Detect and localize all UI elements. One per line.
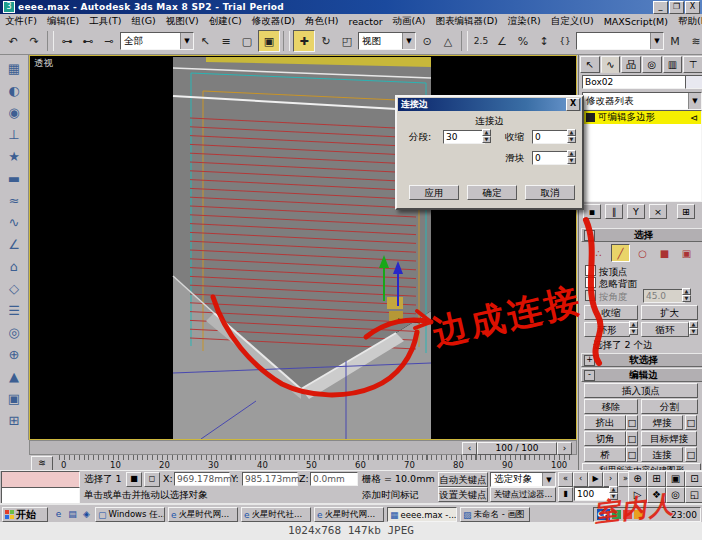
- subobject-border-icon[interactable]: ○: [633, 244, 652, 262]
- reactor-toolbar-icon[interactable]: ≈: [3, 189, 25, 211]
- taskbar-button[interactable]: e火星时代网...: [314, 507, 384, 522]
- loop-spinner[interactable]: ▲▼: [689, 321, 698, 335]
- pivot-center-icon[interactable]: ⊙: [417, 31, 437, 51]
- angle-field[interactable]: 45.0: [643, 289, 685, 303]
- bridge-button[interactable]: 桥: [584, 447, 626, 462]
- reactor-toolbar-icon[interactable]: ⊕: [3, 343, 25, 365]
- menu-item[interactable]: 文件(F): [0, 15, 42, 28]
- tab-create-icon[interactable]: ↖: [580, 56, 600, 73]
- menu-item[interactable]: 编辑(E): [42, 15, 84, 28]
- remove-modifier-icon[interactable]: ×: [649, 204, 667, 219]
- ok-button[interactable]: 确定: [467, 185, 517, 200]
- connect-button[interactable]: 连接: [641, 447, 683, 462]
- menu-item[interactable]: 图表编辑器(D): [431, 15, 503, 28]
- reactor-toolbar-icon[interactable]: ◐: [3, 79, 25, 101]
- rollout-soft-selection[interactable]: + 软选择: [581, 353, 702, 367]
- slide-field[interactable]: 0: [532, 151, 570, 165]
- reactor-toolbar-icon[interactable]: ∠: [3, 233, 25, 255]
- close-button[interactable]: X: [685, 1, 700, 14]
- taskbar-button[interactable]: ▢Windows 任...: [95, 507, 165, 522]
- rollout-edit-edges[interactable]: - 编辑边: [581, 368, 702, 382]
- quick-launch-desktop-icon[interactable]: ▤: [66, 508, 79, 521]
- edit-named-selections-icon[interactable]: {}: [555, 31, 575, 51]
- percent-snap-icon[interactable]: %: [513, 31, 533, 51]
- menu-item[interactable]: 视图(V): [161, 15, 204, 28]
- cancel-button[interactable]: 取消: [525, 185, 575, 200]
- reactor-toolbar-icon[interactable]: ⊞: [3, 409, 25, 431]
- named-selection-dropdown[interactable]: ▼: [576, 32, 664, 50]
- menu-item[interactable]: 组(G): [127, 15, 161, 28]
- configure-sets-icon[interactable]: ⊞: [677, 204, 695, 219]
- undo-icon[interactable]: ↶: [3, 31, 23, 51]
- restore-button[interactable]: ❐: [669, 1, 684, 14]
- show-end-result-icon[interactable]: ∥: [605, 204, 623, 219]
- abs-offset-toggle-icon[interactable]: ◻: [144, 472, 160, 487]
- maxscript-listener-white[interactable]: [1, 487, 80, 504]
- minimize-button[interactable]: _: [653, 1, 668, 14]
- reactor-toolbar-icon[interactable]: ◉: [3, 101, 25, 123]
- mini-curve-editor-icon[interactable]: ≋: [31, 456, 53, 471]
- min-max-toggle-icon[interactable]: ◱: [685, 487, 702, 503]
- ring-spinner[interactable]: ▲▼: [629, 321, 638, 335]
- apply-button[interactable]: 应用: [409, 185, 459, 200]
- menu-item[interactable]: 工具(T): [84, 15, 126, 28]
- quick-launch-ie-icon[interactable]: e: [52, 508, 65, 521]
- pinch-field[interactable]: 0: [532, 130, 570, 144]
- tab-motion-icon[interactable]: ◎: [642, 56, 662, 73]
- auto-key-button[interactable]: 自动关键点: [438, 472, 488, 487]
- redo-icon[interactable]: ↷: [24, 31, 44, 51]
- reactor-toolbar-icon[interactable]: ⊥: [3, 123, 25, 145]
- reactor-toolbar-icon[interactable]: ◇: [3, 277, 25, 299]
- time-slider-thumb[interactable]: 100 / 100: [477, 442, 557, 455]
- menu-item[interactable]: 修改器(D): [247, 15, 300, 28]
- loop-button[interactable]: 循环: [641, 322, 689, 337]
- manipulate-icon[interactable]: △: [438, 31, 458, 51]
- modifier-stack[interactable]: 可编辑多边形 ⊲: [582, 110, 702, 202]
- ignore-backfacing-checkbox[interactable]: 忽略背面: [579, 277, 637, 291]
- align-icon[interactable]: ≋: [686, 31, 702, 51]
- next-frame-icon[interactable]: ›: [603, 472, 618, 487]
- pin-stack-icon[interactable]: ▪: [583, 204, 601, 219]
- rollout-selection[interactable]: - 选择: [581, 228, 702, 242]
- weld-button[interactable]: 焊接: [641, 415, 683, 430]
- y-coord-field[interactable]: 985.173mm: [242, 472, 298, 486]
- menu-item[interactable]: 帮助(H): [673, 15, 702, 28]
- move-tool-icon[interactable]: ✚: [293, 30, 315, 52]
- key-mode-icon[interactable]: ▮: [558, 487, 573, 502]
- taskbar-button[interactable]: ▨未命名 - 画图: [460, 507, 530, 522]
- extrude-button[interactable]: 挤出: [584, 415, 626, 430]
- angle-spinner[interactable]: ▲▼: [682, 288, 691, 302]
- target-weld-button[interactable]: 目标焊接: [641, 431, 697, 446]
- subobject-element-icon[interactable]: ▣: [677, 244, 696, 262]
- menu-item[interactable]: 角色(H): [300, 15, 344, 28]
- mirror-icon[interactable]: M: [665, 31, 685, 51]
- rotate-tool-icon[interactable]: ↻: [316, 31, 336, 51]
- coord-system-dropdown[interactable]: 视图 ▼: [358, 32, 416, 50]
- menu-item[interactable]: 创建(C): [204, 15, 247, 28]
- shrink-button[interactable]: 收缩: [584, 305, 638, 320]
- menu-item[interactable]: MAXScript(M): [599, 16, 673, 27]
- tab-display-icon[interactable]: ▥: [663, 56, 683, 73]
- region-rect-icon[interactable]: ▢: [237, 31, 257, 51]
- selected-filter-dropdown[interactable]: 选定对象 ▼: [490, 472, 556, 487]
- time-tag-button[interactable]: 添加时间标记: [362, 489, 419, 502]
- start-button[interactable]: 开始: [2, 507, 48, 522]
- reactor-toolbar-icon[interactable]: ∿: [3, 211, 25, 233]
- zoom-extents-icon[interactable]: ▣: [666, 471, 685, 487]
- spinner-snap-icon[interactable]: ↕: [534, 31, 554, 51]
- snap-toggle-icon[interactable]: 2.5: [471, 31, 491, 51]
- bridge-settings-icon[interactable]: □: [626, 447, 638, 462]
- insert-vertex-button[interactable]: 插入顶点: [584, 383, 698, 398]
- subobject-edge-icon[interactable]: ╱: [611, 244, 630, 262]
- unlink-icon[interactable]: ⊷: [78, 31, 98, 51]
- time-slider[interactable]: ‹ 100 / 100 ›: [29, 440, 577, 455]
- ring-button[interactable]: 环形: [584, 322, 630, 337]
- remove-button[interactable]: 移除: [584, 399, 638, 414]
- zoom-icon[interactable]: ⊕: [628, 471, 647, 487]
- selection-filter-dropdown[interactable]: 全部 ▼: [120, 32, 194, 50]
- modifier-list-dropdown[interactable]: 修改器列表 ▼: [582, 92, 702, 110]
- viewport-label[interactable]: 透视: [34, 57, 53, 70]
- select-by-name-icon[interactable]: ≡: [216, 31, 236, 51]
- pinch-spinner[interactable]: ▲▼: [567, 129, 576, 143]
- x-coord-field[interactable]: 969.178mm: [174, 472, 230, 486]
